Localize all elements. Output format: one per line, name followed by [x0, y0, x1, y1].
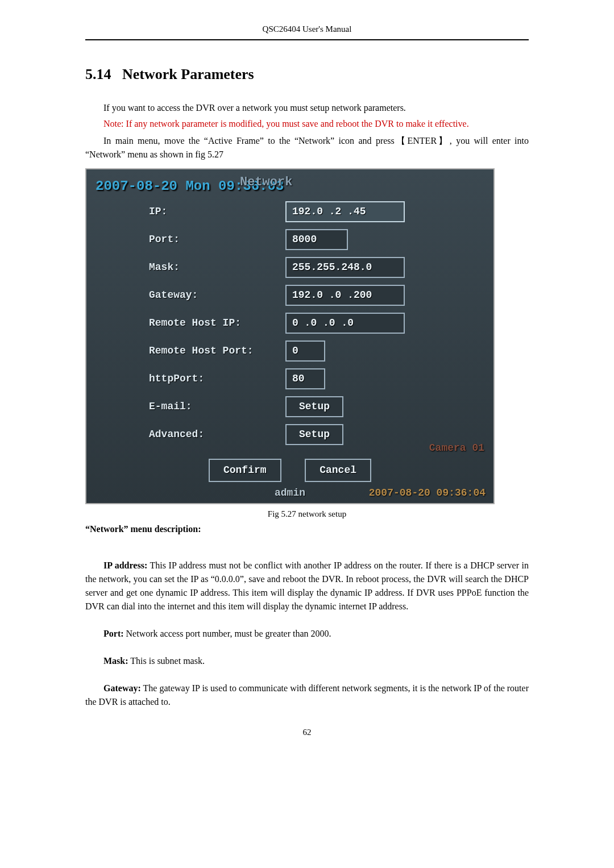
note-warning: Note: If any network parameter is modifi…	[85, 117, 529, 131]
desc-mask-text: This is subnet mask.	[128, 656, 205, 666]
label-mask: Mask:	[149, 260, 285, 275]
label-email: E-mail:	[149, 399, 285, 414]
label-gateway: Gateway:	[149, 288, 285, 303]
desc-ip: IP address: This IP address must not be …	[85, 559, 529, 613]
status-timestamp: 2007-08-20 09:36:04	[369, 485, 486, 501]
desc-gateway-label: Gateway:	[103, 683, 141, 693]
desc-mask-label: Mask:	[103, 656, 128, 666]
section-heading: 5.14 Network Parameters	[85, 63, 529, 85]
label-remote-ip: Remote Host IP:	[149, 315, 285, 331]
ghost-camera-label: Camera 01	[429, 441, 484, 456]
label-http-port: httpPort:	[149, 371, 285, 387]
confirm-button[interactable]: Confirm	[209, 459, 281, 482]
network-form: IP: 192.0 .2 .45 Port: 8000 Mask: 255.25…	[92, 198, 488, 448]
label-advanced: Advanced:	[149, 427, 285, 442]
desc-port: Port: Network access port number, must b…	[85, 627, 529, 641]
label-remote-port: Remote Host Port:	[149, 343, 285, 359]
label-ip: IP:	[149, 204, 285, 219]
input-remote-ip[interactable]: 0 .0 .0 .0	[285, 313, 405, 334]
input-remote-port[interactable]: 0	[285, 340, 325, 362]
desc-port-text: Network access port number, must be grea…	[124, 629, 331, 638]
panel-title: Network	[240, 173, 292, 192]
intro-para-1: If you want to access the DVR over a net…	[85, 101, 529, 115]
input-mask[interactable]: 255.255.248.0	[285, 257, 405, 278]
desc-gateway-text: The gateway IP is used to communicate wi…	[85, 683, 529, 707]
status-bar: admin 2007-08-20 09:36:04	[92, 485, 488, 501]
email-setup-button[interactable]: Setup	[285, 396, 343, 417]
input-port[interactable]: 8000	[285, 229, 348, 250]
input-http-port[interactable]: 80	[285, 368, 325, 389]
network-menu-screenshot: 2007-08-20 Mon 09:36:03 Network IP: 192.…	[85, 168, 495, 504]
section-title-text: Network Parameters	[122, 66, 254, 82]
page-number: 62	[85, 726, 529, 739]
menu-description-heading: “Network” menu description:	[85, 522, 529, 536]
intro-para-2: In main menu, move the “Active Frame” to…	[85, 134, 529, 161]
label-port: Port:	[149, 232, 285, 247]
status-user: admin	[275, 485, 305, 501]
button-row: Confirm Cancel Camera 01	[92, 459, 488, 482]
desc-ip-label: IP address:	[103, 560, 147, 570]
desc-port-label: Port:	[103, 629, 124, 638]
section-number: 5.14	[85, 66, 111, 82]
input-ip[interactable]: 192.0 .2 .45	[285, 201, 405, 222]
desc-gateway: Gateway: The gateway IP is used to commu…	[85, 682, 529, 709]
advanced-setup-button[interactable]: Setup	[285, 424, 343, 445]
input-gateway[interactable]: 192.0 .0 .200	[285, 285, 405, 306]
page-header: QSC26404 User's Manual	[85, 23, 529, 40]
desc-ip-text: This IP address must not be conflict wit…	[85, 560, 529, 611]
figure-caption: Fig 5.27 network setup	[85, 508, 529, 521]
cancel-button[interactable]: Cancel	[305, 459, 371, 482]
osd-datetime: 2007-08-20 Mon 09:36:03 Network	[92, 174, 488, 198]
desc-mask: Mask: This is subnet mask.	[85, 654, 529, 668]
